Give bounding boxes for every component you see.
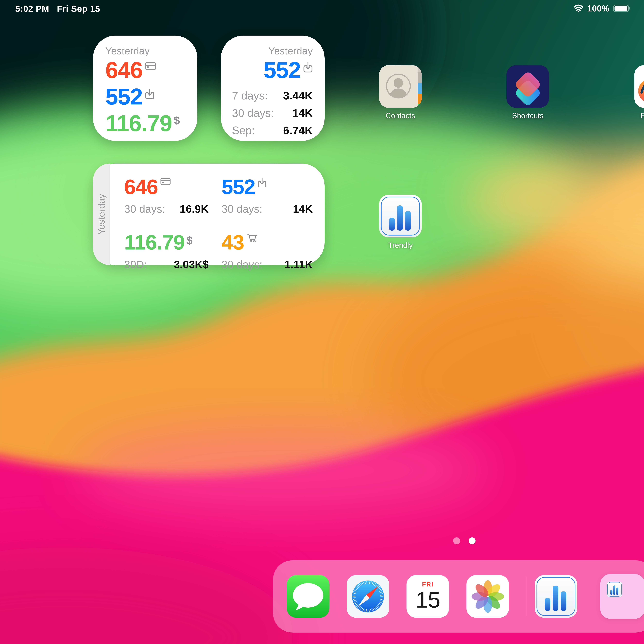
widget-title: Yesterday <box>232 45 313 57</box>
widget-title: Yesterday <box>105 45 192 57</box>
app-freeform[interactable]: Freeform <box>634 65 644 120</box>
widget-side-label: Yesterday <box>93 164 110 265</box>
stat-downloads-main: 552 <box>232 57 313 83</box>
page-indicator[interactable] <box>453 537 476 544</box>
app-label: Trendly <box>379 241 422 249</box>
cell-downloads: 552 30 days: 14K <box>222 175 313 215</box>
freeform-icon <box>634 65 644 108</box>
cell-revenue: 116.79 $ 30D: 3.03K$ <box>124 230 209 271</box>
download-icon <box>145 88 155 99</box>
widget-yesterday-overview[interactable]: Yesterday 646 30 days: 16.9K 552 30 days… <box>93 164 325 265</box>
status-left[interactable]: 5:02 PM Fri Sep 15 <box>15 4 100 14</box>
dock-calendar-icon[interactable]: FRI 15 <box>406 575 449 618</box>
cell-orders: 43 30 days: 1.11K <box>222 230 313 271</box>
stat-revenue: 116.79 $ <box>105 110 192 137</box>
clock: 5:02 PM <box>15 4 49 14</box>
stat-row: 30 days: 14K <box>232 107 313 119</box>
widget-yesterday-totals[interactable]: Yesterday 646 552 116.79 $ <box>93 36 197 141</box>
calendar-weekday: FRI <box>422 581 434 588</box>
battery-full-icon <box>613 4 631 12</box>
download-icon <box>303 62 313 73</box>
shortcuts-icon <box>506 65 549 108</box>
contacts-icon <box>379 65 422 108</box>
app-label: Contacts <box>379 111 422 120</box>
date: Fri Sep 15 <box>57 4 100 14</box>
stat-sales: 646 <box>105 57 192 83</box>
page-dot-2[interactable] <box>469 537 476 544</box>
dock-messages-icon[interactable] <box>287 575 329 618</box>
page-dot-1[interactable] <box>453 537 460 544</box>
dock-suggested-trendly[interactable] <box>600 574 644 619</box>
trendly-icon <box>379 195 422 237</box>
download-icon <box>258 177 266 188</box>
stat-row: 7 days: 3.44K <box>232 89 313 102</box>
wifi-icon <box>573 4 583 12</box>
dollar-sign: $ <box>186 234 193 247</box>
dock: FRI 15 <box>273 560 644 633</box>
app-contacts[interactable]: Contacts <box>379 65 422 120</box>
credit-card-icon <box>145 62 156 70</box>
cell-sales: 646 30 days: 16.9K <box>124 175 209 215</box>
dock-trendly-icon[interactable] <box>535 575 577 618</box>
dock-safari-icon[interactable] <box>347 575 389 618</box>
status-bar: 5:02 PM Fri Sep 15 100% <box>0 0 644 21</box>
widget-download-stats[interactable]: Yesterday 552 7 days: 3.44K 30 days: 14K… <box>221 36 325 141</box>
stat-row: Sep: 6.74K <box>232 124 313 137</box>
dollar-sign: $ <box>174 114 180 127</box>
dock-divider <box>526 577 526 616</box>
widget-grid: 646 30 days: 16.9K 552 30 days: 14K 116.… <box>110 164 325 265</box>
credit-card-icon <box>160 177 171 185</box>
dock-photos-icon[interactable] <box>466 575 509 618</box>
cart-icon <box>247 233 257 243</box>
app-shortcuts[interactable]: Shortcuts <box>506 65 549 120</box>
app-trendly[interactable]: Trendly <box>379 195 422 249</box>
app-label: Shortcuts <box>506 111 549 120</box>
battery-percent: 100% <box>587 3 609 13</box>
stat-downloads: 552 <box>105 83 192 110</box>
status-right[interactable]: 100% <box>573 3 631 13</box>
trendly-mini-icon <box>607 582 622 597</box>
calendar-day: 15 <box>416 588 440 612</box>
stat-rows: 7 days: 3.44K 30 days: 14K Sep: 6.74K <box>232 89 313 137</box>
app-label: Freeform <box>634 111 644 120</box>
